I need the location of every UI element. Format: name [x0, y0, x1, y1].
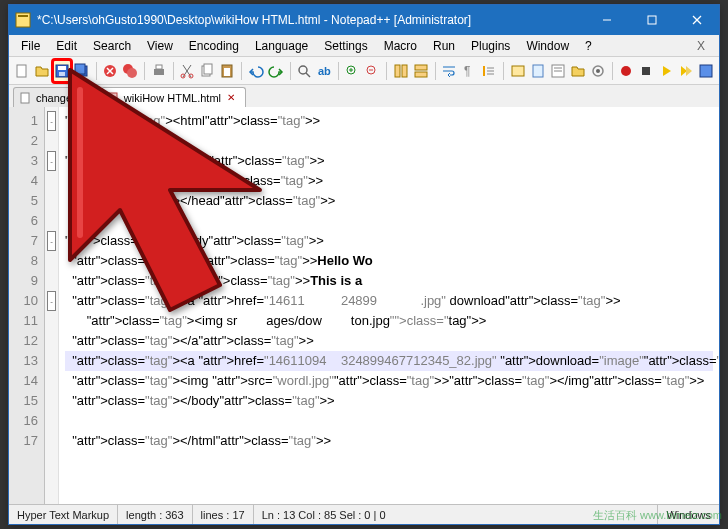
file-modified-icon — [108, 92, 120, 104]
print-button[interactable] — [150, 60, 168, 82]
sync-h-button[interactable] — [412, 60, 430, 82]
save-button[interactable] — [53, 60, 71, 82]
show-all-chars-button[interactable]: ¶ — [460, 60, 478, 82]
tab-label: change.log — [36, 92, 90, 104]
status-os: Windows — [658, 505, 719, 524]
svg-rect-17 — [154, 69, 164, 75]
svg-text:¶: ¶ — [464, 64, 470, 78]
minimize-button[interactable] — [584, 5, 629, 35]
svg-text:ab: ab — [318, 65, 331, 77]
svg-line-28 — [306, 73, 310, 77]
status-position: Ln : 13 Col : 85 Sel : 0 | 0 — [254, 505, 659, 524]
svg-point-22 — [189, 74, 193, 78]
close-file-button[interactable] — [101, 60, 119, 82]
svg-rect-44 — [512, 66, 524, 76]
tab-wikihow-html[interactable]: wikiHow HTML.html ✕ — [101, 87, 246, 107]
menu-close-doc[interactable]: X — [689, 37, 715, 55]
tab-changelog[interactable]: change.log — [13, 87, 99, 107]
file-icon — [20, 92, 32, 104]
fold-column[interactable]: ---- — [45, 107, 59, 504]
svg-rect-55 — [109, 93, 117, 103]
play-macro-button[interactable] — [657, 60, 675, 82]
sync-v-button[interactable] — [392, 60, 410, 82]
monitor-button[interactable] — [589, 60, 607, 82]
menu-run[interactable]: Run — [425, 37, 463, 55]
menu-settings[interactable]: Settings — [316, 37, 375, 55]
svg-rect-8 — [58, 66, 66, 70]
menu-macro[interactable]: Macro — [376, 37, 425, 55]
wordwrap-button[interactable] — [440, 60, 458, 82]
record-macro-button[interactable] — [617, 60, 635, 82]
editor-area[interactable]: 1234567891011121314151617 ---- "attr">cl… — [9, 107, 719, 504]
svg-point-21 — [181, 74, 185, 78]
find-button[interactable] — [295, 60, 313, 82]
menu-edit[interactable]: Edit — [48, 37, 85, 55]
new-file-button[interactable] — [13, 60, 31, 82]
lang-user-button[interactable] — [509, 60, 527, 82]
menubar: File Edit Search View Encoding Language … — [9, 35, 719, 57]
tab-close-icon[interactable]: ✕ — [225, 92, 237, 103]
app-window: *C:\Users\ohGusto1990\Desktop\wikiHow HT… — [8, 4, 720, 525]
svg-rect-26 — [224, 68, 230, 76]
menu-plugins[interactable]: Plugins — [463, 37, 518, 55]
undo-button[interactable] — [247, 60, 265, 82]
save-all-button[interactable] — [73, 60, 91, 82]
menu-help[interactable]: ? — [577, 37, 600, 55]
zoom-out-button[interactable] — [363, 60, 381, 82]
func-list-button[interactable] — [549, 60, 567, 82]
line-number-gutter: 1234567891011121314151617 — [9, 107, 45, 504]
menu-view[interactable]: View — [139, 37, 181, 55]
svg-rect-1 — [18, 15, 28, 17]
close-button[interactable] — [674, 5, 719, 35]
svg-rect-54 — [21, 93, 29, 103]
svg-rect-35 — [395, 65, 400, 77]
svg-point-51 — [621, 66, 631, 76]
status-length: length : 363 — [118, 505, 193, 524]
svg-rect-11 — [75, 64, 85, 74]
stop-macro-button[interactable] — [637, 60, 655, 82]
svg-rect-52 — [642, 67, 650, 75]
play-multi-button[interactable] — [677, 60, 695, 82]
indent-guide-button[interactable] — [480, 60, 498, 82]
open-file-button[interactable] — [33, 60, 51, 82]
svg-rect-24 — [204, 64, 212, 74]
menu-window[interactable]: Window — [518, 37, 577, 55]
menu-search[interactable]: Search — [85, 37, 139, 55]
svg-point-16 — [127, 68, 137, 78]
svg-rect-3 — [648, 16, 656, 24]
titlebar: *C:\Users\ohGusto1990\Desktop\wikiHow HT… — [9, 5, 719, 35]
save-macro-button[interactable] — [697, 60, 715, 82]
code-area[interactable]: "attr">class="tag"><html"attr">class="ta… — [59, 107, 719, 504]
svg-point-50 — [596, 69, 600, 73]
menu-language[interactable]: Language — [247, 37, 316, 55]
doc-map-button[interactable] — [529, 60, 547, 82]
toolbar: ab ¶ — [9, 57, 719, 85]
folder-view-button[interactable] — [569, 60, 587, 82]
svg-point-27 — [299, 66, 307, 74]
menu-file[interactable]: File — [13, 37, 48, 55]
svg-rect-9 — [59, 72, 65, 76]
app-icon — [15, 12, 31, 28]
svg-rect-6 — [17, 65, 26, 77]
window-title: *C:\Users\ohGusto1990\Desktop\wikiHow HT… — [37, 13, 584, 27]
svg-rect-45 — [533, 65, 543, 77]
cut-button[interactable] — [178, 60, 196, 82]
maximize-button[interactable] — [629, 5, 674, 35]
svg-rect-18 — [156, 65, 162, 69]
svg-rect-37 — [415, 65, 427, 70]
status-lines: lines : 17 — [193, 505, 254, 524]
zoom-in-button[interactable] — [343, 60, 361, 82]
menu-encoding[interactable]: Encoding — [181, 37, 247, 55]
tab-label: wikiHow HTML.html — [124, 92, 221, 104]
svg-rect-53 — [700, 65, 712, 77]
statusbar: Hyper Text Markup length : 363 lines : 1… — [9, 504, 719, 524]
window-controls — [584, 5, 719, 35]
svg-rect-36 — [402, 65, 407, 77]
tabbar: change.log wikiHow HTML.html ✕ — [9, 85, 719, 107]
close-all-button[interactable] — [121, 60, 139, 82]
paste-button[interactable] — [218, 60, 236, 82]
svg-rect-38 — [415, 72, 427, 77]
redo-button[interactable] — [267, 60, 285, 82]
replace-button[interactable]: ab — [315, 60, 333, 82]
copy-button[interactable] — [198, 60, 216, 82]
